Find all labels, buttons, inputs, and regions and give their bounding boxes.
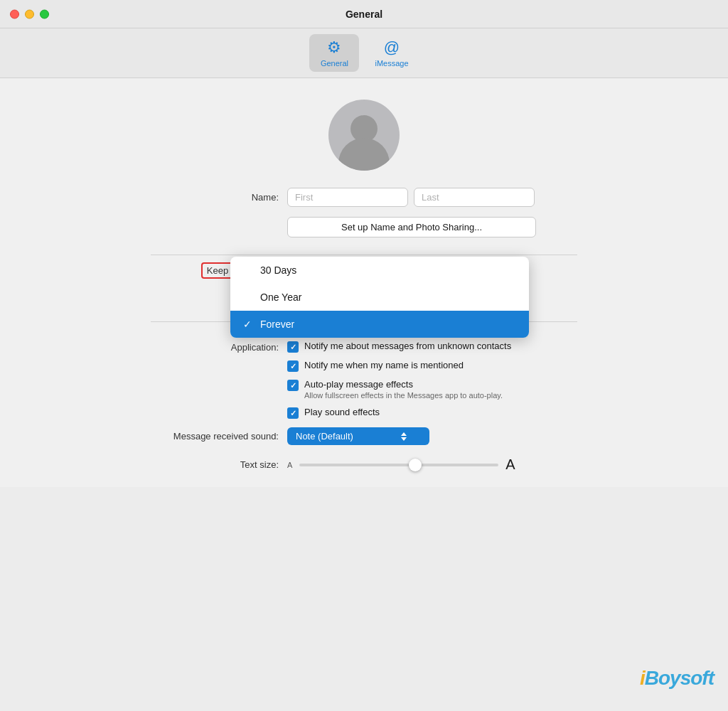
gear-icon: ⚙ [327, 38, 341, 57]
sound-select[interactable]: Note (Default) [287, 427, 429, 445]
name-inputs [287, 188, 535, 207]
sound-row: Message received sound: Note (Default) [94, 427, 634, 445]
name-row: Name: [151, 188, 577, 207]
text-size-label: Text size: [151, 459, 279, 470]
checkbox-play-sound-label: Play sound effects [304, 407, 380, 417]
text-size-slider-track[interactable] [299, 464, 498, 466]
checkboxes-column: Notify me about messages from unknown co… [287, 341, 511, 419]
text-size-slider-thumb[interactable] [409, 459, 422, 471]
separator-top [151, 255, 577, 255]
dropdown-oneyear-label: One Year [260, 292, 301, 303]
minimize-button[interactable] [25, 9, 34, 18]
checkbox-autoplay[interactable] [287, 380, 299, 391]
dropdown-forever-label: Forever [260, 319, 294, 330]
dropdown-option-forever[interactable]: ✓ Forever [230, 311, 529, 338]
tab-general-label: General [321, 59, 348, 68]
form-section: Name: Set up Name and Photo Sharing... [94, 188, 634, 247]
first-name-input[interactable] [287, 188, 408, 207]
checkbox-row-notify-unknown: Notify me about messages from unknown co… [287, 341, 511, 353]
close-button[interactable] [10, 9, 19, 18]
tab-general[interactable]: ⚙ General [309, 34, 359, 72]
checkbox-notify-unknown-label: Notify me about messages from unknown co… [304, 341, 511, 351]
traffic-lights [10, 9, 49, 18]
avatar-area [328, 100, 400, 171]
keep-messages-row: Keep messages 30 Days One Year ✓ Forever [151, 262, 577, 279]
setup-name-photo-button[interactable]: Set up Name and Photo Sharing... [287, 217, 536, 237]
main-content: Name: Set up Name and Photo Sharing... K… [0, 78, 728, 487]
name-label: Name: [151, 192, 279, 203]
checkmark-forever: ✓ [243, 319, 255, 330]
sound-chevron-icon [401, 432, 407, 441]
avatar-body [338, 138, 390, 171]
watermark-boysoft: Boysoft [645, 667, 714, 689]
setup-btn-row: Set up Name and Photo Sharing... [151, 217, 577, 237]
text-size-row: Text size: A A [94, 456, 634, 473]
keep-messages-area: Keep messages 30 Days One Year ✓ Forever [94, 262, 634, 279]
tab-imessage[interactable]: @ iMessage [365, 34, 418, 72]
sound-value: Note (Default) [296, 431, 353, 442]
checkbox-notify-mention[interactable] [287, 360, 299, 372]
checkbox-row-play-sound: Play sound effects [287, 407, 511, 419]
tab-imessage-label: iMessage [375, 59, 408, 68]
text-size-controls: A A [287, 456, 515, 473]
dropdown-30days-label: 30 Days [260, 264, 296, 276]
watermark-i: i [640, 667, 645, 689]
window-title: General [346, 9, 382, 20]
avatar[interactable] [328, 100, 400, 171]
checkbox-play-sound[interactable] [287, 407, 299, 419]
last-name-input[interactable] [414, 188, 535, 207]
application-label: Application: [151, 341, 279, 353]
checkbox-notify-mention-label: Notify me when my name is mentioned [304, 360, 464, 370]
text-size-small-a: A [287, 461, 292, 469]
toolbar: ⚙ General @ iMessage [0, 28, 728, 78]
text-size-large-a: A [505, 456, 515, 473]
checkbox-notify-unknown[interactable] [287, 341, 299, 353]
watermark: iBoysoft [640, 667, 714, 690]
checkbox-row-notify-mention: Notify me when my name is mentioned [287, 360, 511, 372]
dropdown-option-oneyear[interactable]: One Year [230, 284, 529, 311]
sound-label: Message received sound: [151, 431, 279, 442]
dropdown-option-30days[interactable]: 30 Days [230, 257, 529, 284]
application-section: Application: Notify me about messages fr… [94, 341, 634, 427]
keep-messages-dropdown[interactable]: 30 Days One Year ✓ Forever [230, 257, 529, 338]
autoplay-text-group: Auto-play message effects Allow fullscre… [304, 379, 503, 400]
autoplay-label: Auto-play message effects [304, 379, 503, 390]
checkbox-row-autoplay: Auto-play message effects Allow fullscre… [287, 379, 511, 400]
at-icon: @ [384, 38, 400, 57]
autoplay-sublabel: Allow fullscreen effects in the Messages… [304, 391, 503, 400]
maximize-button[interactable] [40, 9, 49, 18]
application-row: Application: Notify me about messages fr… [151, 341, 577, 419]
title-bar: General [0, 0, 728, 28]
